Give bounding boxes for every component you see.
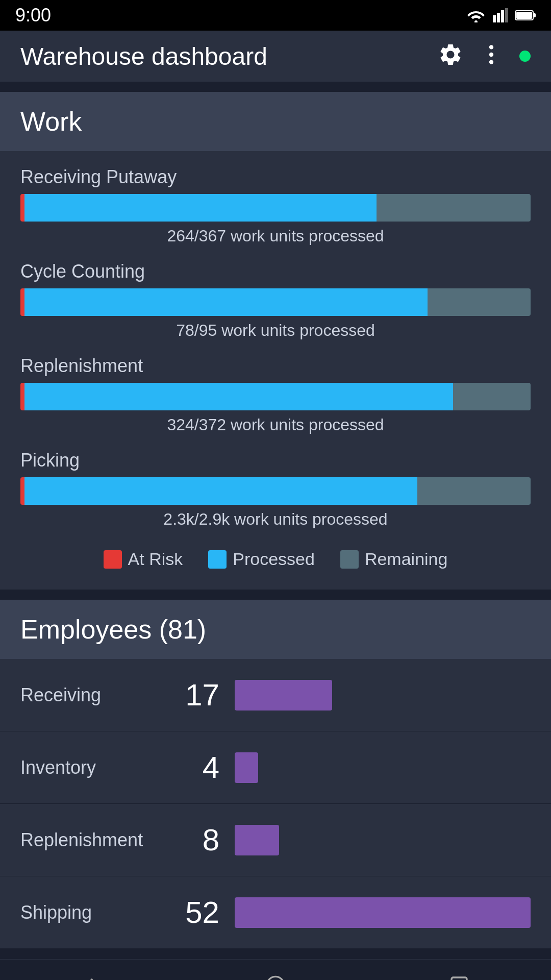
- employees-section-title: Employees (81): [20, 614, 531, 645]
- svg-rect-1: [493, 15, 496, 22]
- svg-point-10: [489, 60, 493, 64]
- work-legend: At RiskProcessedRemaining: [20, 544, 531, 569]
- employee-bar-container: [235, 752, 531, 783]
- work-item: Replenishment324/372 work units processe…: [20, 355, 531, 434]
- bottom-nav: [0, 959, 551, 980]
- home-button[interactable]: [255, 965, 296, 981]
- processed-legend: Processed: [208, 549, 315, 569]
- work-section-header: Work: [0, 92, 551, 151]
- work-section-title: Work: [20, 106, 531, 137]
- at-risk-legend-color: [104, 550, 122, 569]
- work-bar-container: [20, 194, 531, 222]
- at-risk-bar: [20, 477, 24, 505]
- employee-count: 52: [168, 895, 219, 930]
- more-options-icon[interactable]: [479, 42, 504, 70]
- processed-bar: [24, 194, 377, 222]
- svg-rect-6: [533, 13, 536, 17]
- at-risk-bar: [20, 288, 24, 316]
- processed-legend-color: [208, 550, 227, 569]
- status-bar: 9:00: [0, 0, 551, 31]
- svg-rect-2: [497, 13, 500, 22]
- remaining-legend-label: Remaining: [365, 549, 448, 569]
- work-bar-container: [20, 288, 531, 316]
- work-bar-container: [20, 383, 531, 410]
- recents-button[interactable]: [439, 965, 480, 981]
- employee-bar-container: [235, 897, 531, 928]
- signal-icon: [493, 8, 508, 22]
- processed-bar: [24, 477, 417, 505]
- employees-section-header: Employees (81): [0, 600, 551, 659]
- employee-count: 8: [168, 822, 219, 857]
- employee-count: 17: [168, 677, 219, 713]
- remaining-bar: [453, 383, 531, 410]
- work-item-stat: 78/95 work units processed: [20, 321, 531, 340]
- at-risk-legend-label: At Risk: [128, 549, 183, 569]
- employee-label: Receiving: [20, 684, 153, 706]
- work-item-stat: 324/372 work units processed: [20, 415, 531, 434]
- work-section-content: Receiving Putaway264/367 work units proc…: [0, 151, 551, 590]
- processed-legend-label: Processed: [233, 549, 315, 569]
- remaining-bar: [417, 477, 531, 505]
- work-item: Cycle Counting78/95 work units processed: [20, 261, 531, 340]
- work-bar-container: [20, 477, 531, 505]
- back-button[interactable]: [71, 965, 112, 981]
- employee-bar: [235, 680, 332, 710]
- employee-bar-container: [235, 825, 531, 855]
- work-item: Picking2.3k/2.9k work units processed: [20, 450, 531, 529]
- svg-point-9: [489, 53, 493, 57]
- svg-rect-3: [501, 10, 504, 22]
- svg-point-11: [267, 976, 284, 980]
- remaining-legend-color: [340, 550, 359, 569]
- employee-bar: [235, 825, 279, 855]
- settings-icon[interactable]: [438, 42, 463, 70]
- employees-section: Employees (81) Receiving17Inventory4Repl…: [0, 600, 551, 949]
- remaining-legend: Remaining: [340, 549, 448, 569]
- work-item-label: Receiving Putaway: [20, 166, 531, 188]
- work-section: Work Receiving Putaway264/367 work units…: [0, 92, 551, 590]
- battery-icon: [515, 10, 536, 21]
- svg-rect-7: [516, 12, 532, 19]
- employee-item: Receiving17: [0, 659, 551, 731]
- work-item-stat: 2.3k/2.9k work units processed: [20, 510, 531, 529]
- employees-content: Receiving17Inventory4Replenishment8Shipp…: [0, 659, 551, 949]
- status-icons: [466, 8, 536, 22]
- processed-bar: [24, 383, 453, 410]
- work-item-label: Replenishment: [20, 355, 531, 377]
- employee-bar-container: [235, 680, 531, 710]
- work-item-label: Picking: [20, 450, 531, 471]
- svg-rect-13: [452, 977, 467, 981]
- svg-rect-4: [505, 8, 508, 22]
- at-risk-legend: At Risk: [104, 549, 183, 569]
- work-item-label: Cycle Counting: [20, 261, 531, 282]
- employee-item: Inventory4: [0, 731, 551, 804]
- online-indicator: [519, 51, 531, 62]
- employee-label: Shipping: [20, 902, 153, 923]
- app-title: Warehouse dashboard: [20, 42, 267, 70]
- employee-label: Replenishment: [20, 829, 153, 851]
- work-item-stat: 264/367 work units processed: [20, 227, 531, 246]
- status-time: 9:00: [15, 5, 51, 26]
- app-actions: [438, 42, 531, 70]
- employee-count: 4: [168, 750, 219, 785]
- employee-item: Shipping52: [0, 876, 551, 949]
- at-risk-bar: [20, 194, 24, 222]
- employee-label: Inventory: [20, 757, 153, 778]
- processed-bar: [24, 288, 428, 316]
- employee-bar: [235, 897, 531, 928]
- svg-point-0: [474, 20, 478, 22]
- remaining-bar: [377, 194, 531, 222]
- work-item: Receiving Putaway264/367 work units proc…: [20, 166, 531, 246]
- employee-item: Replenishment8: [0, 804, 551, 876]
- employee-bar: [235, 752, 258, 783]
- svg-point-8: [489, 45, 493, 49]
- at-risk-bar: [20, 383, 24, 410]
- wifi-icon: [466, 8, 486, 22]
- app-bar: Warehouse dashboard: [0, 31, 551, 82]
- remaining-bar: [428, 288, 531, 316]
